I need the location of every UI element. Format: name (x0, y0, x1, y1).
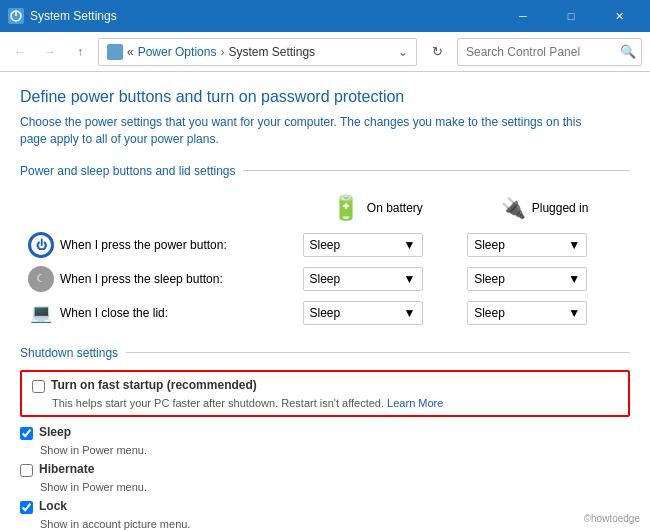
lock-label[interactable]: Lock (39, 499, 67, 513)
col-battery-header: 🔋 On battery (295, 188, 460, 228)
breadcrumb-power-options[interactable]: Power Options (138, 45, 217, 59)
main-content: Define power buttons and turn on passwor… (0, 72, 650, 530)
page-description: Choose the power settings that you want … (20, 114, 630, 148)
sleep-checkbox[interactable] (20, 427, 33, 440)
sleep-desc: Show in Power menu. (40, 444, 630, 456)
maximize-button[interactable]: □ (548, 0, 594, 32)
search-input[interactable] (466, 45, 616, 59)
lock-checkbox[interactable] (20, 501, 33, 514)
breadcrumb-root: « (127, 45, 134, 59)
lid-battery-dropdown[interactable]: Sleep ▼ (303, 301, 423, 325)
app-icon (8, 8, 24, 24)
lock-desc: Show in account picture menu. (40, 518, 630, 530)
sleep-plugged-dropdown[interactable]: Sleep ▼ (467, 267, 587, 291)
breadcrumb: « Power Options › System Settings ⌄ (98, 38, 417, 66)
window-title: System Settings (30, 9, 494, 23)
search-icon[interactable]: 🔍 (620, 44, 636, 59)
sleep-battery-dropdown[interactable]: Sleep ▼ (303, 267, 423, 291)
breadcrumb-sep: › (220, 45, 224, 59)
refresh-button[interactable]: ↻ (423, 38, 451, 66)
lid-icon: 💻 (28, 300, 54, 326)
sleep-option-row: Sleep Show in Power menu. (20, 425, 630, 456)
dropdown-arrow-icon: ▼ (404, 272, 416, 286)
power-section-header: Power and sleep buttons and lid settings (20, 164, 630, 178)
page-desc-link[interactable]: page apply to all of your power plans. (20, 132, 219, 146)
hibernate-option-row: Hibernate Show in Power menu. (20, 462, 630, 493)
shutdown-section-header: Shutdown settings (20, 346, 630, 360)
fast-startup-box: Turn on fast startup (recommended) This … (20, 370, 630, 417)
addressbar: ← → ↑ « Power Options › System Settings … (0, 32, 650, 72)
back-button[interactable]: ← (8, 40, 32, 64)
dropdown-arrow-icon: ▼ (568, 272, 580, 286)
power-button-icon: ⏻ (28, 232, 54, 258)
battery-icon: 🔋 (331, 194, 361, 222)
sleep-label[interactable]: Sleep (39, 425, 71, 439)
breadcrumb-icon (107, 44, 123, 60)
search-box: 🔍 (457, 38, 642, 66)
up-button[interactable]: ↑ (68, 40, 92, 64)
power-settings-table: 🔋 On battery 🔌 Plugged in ⏻ (20, 188, 630, 330)
lid-plugged-dropdown[interactable]: Sleep ▼ (467, 301, 587, 325)
lid-row: 💻 When I close the lid: Sleep ▼ Sleep ▼ (20, 296, 630, 330)
titlebar: System Settings ─ □ ✕ (0, 0, 650, 32)
sleep-button-row: ☾ When I press the sleep button: Sleep ▼… (20, 262, 630, 296)
breadcrumb-current: System Settings (228, 45, 315, 59)
lock-option-row: Lock Show in account picture menu. (20, 499, 630, 530)
hibernate-desc: Show in Power menu. (40, 481, 630, 493)
power-plugged-dropdown[interactable]: Sleep ▼ (467, 233, 587, 257)
sleep-button-icon: ☾ (28, 266, 54, 292)
minimize-button[interactable]: ─ (500, 0, 546, 32)
fast-startup-label[interactable]: Turn on fast startup (recommended) (51, 378, 257, 392)
window-controls: ─ □ ✕ (500, 0, 642, 32)
learn-more-link[interactable]: Learn More (387, 397, 443, 409)
forward-button[interactable]: → (38, 40, 62, 64)
dropdown-arrow-icon: ▼ (404, 306, 416, 320)
breadcrumb-chevron-icon[interactable]: ⌄ (398, 45, 408, 59)
watermark: ©howtoedge (584, 513, 640, 524)
plug-icon: 🔌 (501, 196, 526, 220)
power-button-row: ⏻ When I press the power button: Sleep ▼… (20, 228, 630, 262)
col-plugged-header: 🔌 Plugged in (459, 188, 630, 228)
fast-startup-desc: This helps start your PC faster after sh… (52, 397, 618, 409)
fast-startup-checkbox[interactable] (32, 380, 45, 393)
fast-startup-row: Turn on fast startup (recommended) (32, 378, 618, 393)
page-title: Define power buttons and turn on passwor… (20, 88, 630, 106)
dropdown-arrow-icon: ▼ (404, 238, 416, 252)
hibernate-checkbox[interactable] (20, 464, 33, 477)
close-button[interactable]: ✕ (596, 0, 642, 32)
power-battery-dropdown[interactable]: Sleep ▼ (303, 233, 423, 257)
hibernate-label[interactable]: Hibernate (39, 462, 94, 476)
dropdown-arrow-icon: ▼ (568, 238, 580, 252)
dropdown-arrow-icon: ▼ (568, 306, 580, 320)
